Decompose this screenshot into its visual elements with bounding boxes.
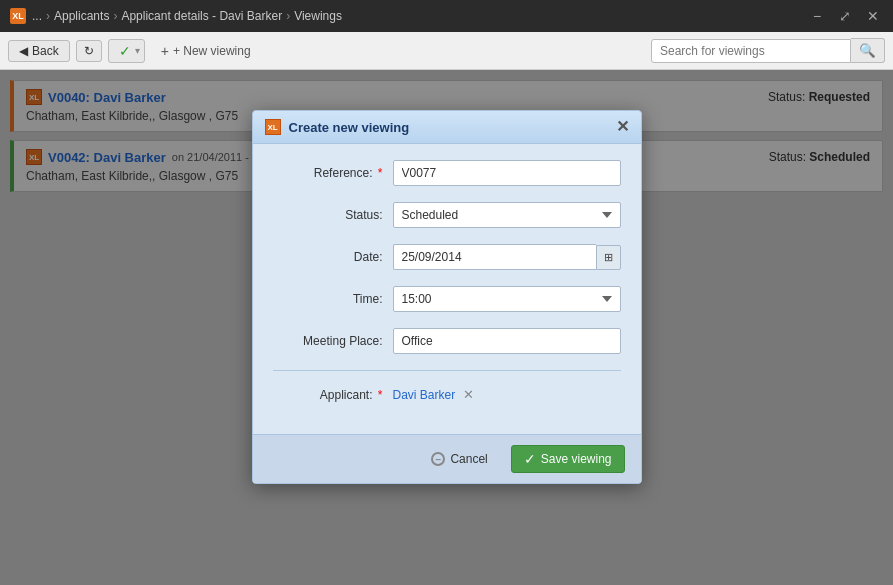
tick-icon: ✓ xyxy=(119,43,131,59)
meeting-place-label: Meeting Place: xyxy=(273,334,383,348)
search-area: 🔍 xyxy=(651,38,885,63)
toolbar: ◀ Back ↻ ✓ ▾ + + New viewing 🔍 xyxy=(0,32,893,70)
applicant-label: Applicant: * xyxy=(273,388,383,402)
form-divider xyxy=(273,370,621,371)
main-content: XL V0040: Davi Barker Status: Requested … xyxy=(0,70,893,585)
status-row: Status: Scheduled Requested Completed Ca… xyxy=(273,202,621,228)
search-button[interactable]: 🔍 xyxy=(851,38,885,63)
refresh-button[interactable]: ↻ xyxy=(76,40,102,62)
title-bar: XL ... › Applicants › Applicant details … xyxy=(0,0,893,32)
plus-icon: + xyxy=(161,43,169,59)
create-viewing-modal: XL Create new viewing ✕ Reference: * xyxy=(252,110,642,484)
applicant-link[interactable]: Davi Barker xyxy=(393,388,456,402)
search-icon: 🔍 xyxy=(859,43,876,58)
tick-dropdown-button[interactable]: ✓ ▾ xyxy=(108,39,145,63)
modal-close-button[interactable]: ✕ xyxy=(616,119,629,135)
time-row: Time: 15:00 09:00 09:30 10:00 10:30 11:0… xyxy=(273,286,621,312)
refresh-icon: ↻ xyxy=(84,44,94,58)
meeting-place-row: Meeting Place: xyxy=(273,328,621,354)
breadcrumb: ... › Applicants › Applicant details - D… xyxy=(32,9,342,23)
modal-header: XL Create new viewing ✕ xyxy=(253,111,641,144)
window-controls: − ⤢ ✕ xyxy=(807,8,883,24)
modal-overlay: XL Create new viewing ✕ Reference: * xyxy=(0,70,893,585)
applicant-row: Applicant: * Davi Barker ✕ xyxy=(273,387,621,402)
reference-label: Reference: * xyxy=(273,166,383,180)
modal-footer: − Cancel ✓ Save viewing xyxy=(253,434,641,483)
new-viewing-button[interactable]: + + New viewing xyxy=(151,40,261,62)
reference-input[interactable] xyxy=(393,160,621,186)
search-input[interactable] xyxy=(651,39,851,63)
calendar-button[interactable]: ⊞ xyxy=(596,245,621,270)
status-select[interactable]: Scheduled Requested Completed Cancelled xyxy=(393,202,621,228)
date-label: Date: xyxy=(273,250,383,264)
date-input[interactable] xyxy=(393,244,596,270)
date-row: Date: ⊞ xyxy=(273,244,621,270)
modal-title-text: Create new viewing xyxy=(289,120,410,135)
status-label: Status: xyxy=(273,208,383,222)
time-label: Time: xyxy=(273,292,383,306)
restore-button[interactable]: ⤢ xyxy=(835,8,855,24)
close-button[interactable]: ✕ xyxy=(863,8,883,24)
calendar-icon: ⊞ xyxy=(604,251,613,263)
save-icon: ✓ xyxy=(524,451,536,467)
back-arrow-icon: ◀ xyxy=(19,44,28,58)
cancel-icon: − xyxy=(431,452,445,466)
back-button[interactable]: ◀ Back xyxy=(8,40,70,62)
reference-row: Reference: * xyxy=(273,160,621,186)
save-viewing-button[interactable]: ✓ Save viewing xyxy=(511,445,625,473)
time-select[interactable]: 15:00 09:00 09:30 10:00 10:30 11:00 11:3… xyxy=(393,286,621,312)
modal-header-icon: XL xyxy=(265,119,281,135)
minimize-button[interactable]: − xyxy=(807,8,827,24)
meeting-place-input[interactable] xyxy=(393,328,621,354)
modal-body: Reference: * Status: Scheduled Requested… xyxy=(253,144,641,434)
cancel-button[interactable]: − Cancel xyxy=(418,446,500,472)
app-icon: XL xyxy=(10,8,26,24)
applicant-remove-button[interactable]: ✕ xyxy=(463,387,474,402)
dropdown-arrow-icon: ▾ xyxy=(135,45,140,56)
